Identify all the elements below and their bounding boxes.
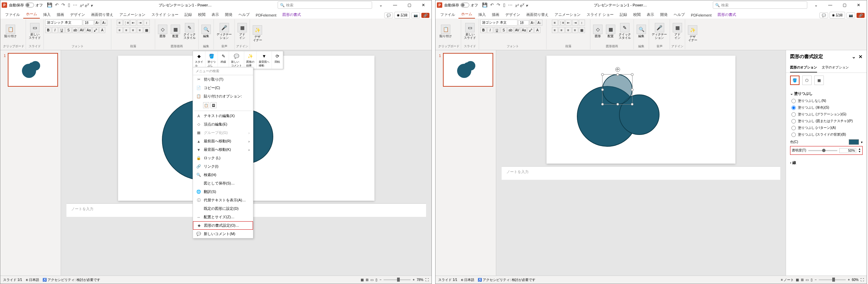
font-color-icon[interactable]: A bbox=[99, 27, 105, 33]
dictate-button[interactable]: 🎤ディクテー ション bbox=[215, 22, 233, 40]
zoom-in-icon[interactable]: + bbox=[848, 278, 850, 282]
align-center-icon[interactable]: ≡ bbox=[123, 27, 130, 33]
paste-theme-icon[interactable]: 📋 bbox=[203, 102, 209, 108]
designer-button[interactable]: ✨デザ イナー bbox=[251, 25, 263, 43]
tab-shape-format[interactable]: 図形の書式 bbox=[715, 11, 739, 19]
maximize-icon[interactable]: ▢ bbox=[838, 2, 851, 8]
tab-file[interactable]: ファイル bbox=[2, 11, 23, 19]
tab-file[interactable]: ファイル bbox=[438, 11, 458, 19]
fp-size-props-icon[interactable]: ▦ bbox=[814, 76, 824, 85]
comments-button[interactable]: 💬 bbox=[384, 12, 393, 18]
paste-button[interactable]: 📋貼り付け bbox=[438, 24, 453, 39]
tab-slideshow[interactable]: スライド ショー bbox=[149, 11, 181, 19]
autosave-toggle[interactable]: 自動保存 オフ bbox=[9, 3, 43, 8]
view-sorter-icon[interactable]: ⊞ bbox=[801, 278, 804, 282]
ribbon-display-icon[interactable]: ⌄ bbox=[374, 2, 388, 8]
quick-styles-button[interactable]: ✎クイック スタイル bbox=[617, 22, 632, 40]
fp-fill-gradient[interactable]: 塗りつぶし (グラデーション)(G) bbox=[790, 111, 863, 118]
new-slide-button[interactable]: ▭新しい スライド bbox=[27, 22, 42, 40]
view-reading-icon[interactable]: ▭ bbox=[806, 278, 809, 282]
undo-icon[interactable]: ↶ bbox=[55, 2, 59, 7]
minimize-icon[interactable]: — bbox=[823, 2, 837, 8]
shapes-button[interactable]: ◇図形 bbox=[592, 24, 604, 39]
view-slideshow-icon[interactable]: ▯ bbox=[375, 278, 377, 282]
mt-rotate-button[interactable]: ⟳回転 bbox=[272, 51, 283, 69]
align-right-icon[interactable]: ≡ bbox=[130, 27, 136, 33]
qat-more-icon[interactable]: ⋯ bbox=[508, 2, 512, 7]
slide-thumbnail-1[interactable]: 1 bbox=[8, 53, 58, 87]
align-left-icon[interactable]: ≡ bbox=[117, 27, 123, 33]
indent-dec-icon[interactable]: ⇤ bbox=[130, 20, 136, 26]
handle-s[interactable] bbox=[616, 103, 619, 106]
ctx-search-h[interactable]: 🔍検索(H) bbox=[193, 171, 253, 179]
fit-window-icon[interactable]: ⛶ bbox=[861, 278, 864, 282]
ctx-alt-text[interactable]: ⓘ代替テキストを表示(A)… bbox=[193, 196, 253, 204]
tab-slideshow[interactable]: スライド ショー bbox=[584, 11, 616, 19]
view-normal-icon[interactable]: ▦ bbox=[796, 278, 799, 282]
ctx-send-back[interactable]: ▼最背面へ移動(K)› bbox=[193, 145, 253, 154]
view-sorter-icon[interactable]: ⊞ bbox=[366, 278, 368, 282]
zoom-in-icon[interactable]: + bbox=[413, 278, 415, 282]
new-slide-button[interactable]: ▭新しい スライド bbox=[463, 22, 477, 40]
editing-button[interactable]: 🔍編集 bbox=[200, 24, 212, 39]
ribbon-display-icon[interactable]: ⌄ bbox=[809, 2, 823, 8]
handle-se[interactable] bbox=[631, 103, 634, 106]
mt-effects-button[interactable]: ✨図形の 効果 bbox=[244, 51, 257, 69]
tab-transitions[interactable]: 画面切り替え bbox=[524, 11, 551, 19]
tab-developer[interactable]: 開発 bbox=[657, 11, 670, 19]
fp-close-icon[interactable]: ✕ bbox=[859, 54, 863, 59]
justify-icon[interactable]: ≡ bbox=[137, 27, 143, 33]
tab-developer[interactable]: 開発 bbox=[222, 11, 235, 19]
fp-fill-none[interactable]: 塗りつぶしなし(N) bbox=[790, 97, 863, 104]
paste-button[interactable]: 📋貼り付け bbox=[3, 24, 18, 39]
ctx-translate[interactable]: 🌐翻訳(S) bbox=[193, 188, 253, 196]
save-icon[interactable]: 💾 bbox=[47, 2, 52, 7]
mt-outline-button[interactable]: ✎枠線 bbox=[218, 51, 229, 69]
strike-icon[interactable]: S bbox=[65, 27, 72, 33]
bold-icon[interactable]: B bbox=[45, 27, 51, 33]
fp-color-picker[interactable] bbox=[849, 139, 859, 145]
ctx-format-shape[interactable]: ◆図形の書式設定(O)… bbox=[193, 221, 253, 230]
close-icon[interactable]: ✕ bbox=[417, 2, 430, 8]
rotate-handle[interactable]: ⟳ bbox=[615, 67, 620, 72]
share-button[interactable]: 🔗 bbox=[857, 13, 865, 18]
zoom-out-icon[interactable]: − bbox=[815, 278, 817, 282]
ctx-cut[interactable]: ✂切り取り(T) bbox=[193, 75, 253, 84]
tab-record[interactable]: 記録 bbox=[617, 11, 630, 19]
highlight-icon[interactable]: 🖍 bbox=[92, 27, 99, 33]
tab-draw[interactable]: 描画 bbox=[54, 11, 67, 19]
math-icon[interactable]: x² ex ▾ bbox=[515, 2, 528, 8]
ctx-size[interactable]: ↔配置とサイズ(Z)… bbox=[193, 213, 253, 221]
tab-animations[interactable]: アニメーション bbox=[552, 11, 583, 19]
view-slideshow-icon[interactable]: ▯ bbox=[811, 278, 813, 282]
accessibility-status[interactable]: ♿ アクセシビリティ: 検討が必要です bbox=[43, 278, 100, 282]
view-reading-icon[interactable]: ▭ bbox=[370, 278, 373, 282]
handle-sw[interactable] bbox=[601, 103, 604, 106]
accessibility-status[interactable]: ♿ アクセシビリティ: 検討が必要です bbox=[478, 278, 535, 282]
italic-icon[interactable]: I bbox=[52, 27, 58, 33]
fp-transparency-slider[interactable] bbox=[808, 150, 837, 151]
case-icon[interactable]: Aa bbox=[86, 27, 92, 33]
slide-canvas[interactable]: ⟳ bbox=[547, 56, 735, 164]
maximize-icon[interactable]: ▢ bbox=[402, 2, 416, 8]
tab-help[interactable]: ヘルプ bbox=[671, 11, 688, 19]
arrange-button[interactable]: ▦配置 bbox=[169, 24, 181, 39]
paste-pic-icon[interactable]: 🖼 bbox=[211, 102, 217, 108]
font-size-combo[interactable]: 18 bbox=[518, 20, 529, 25]
font-name-combo[interactable]: 游ゴシック 本文 bbox=[45, 20, 82, 26]
view-normal-icon[interactable]: ▦ bbox=[361, 278, 364, 282]
search-input[interactable]: 🔍検索 bbox=[713, 1, 807, 9]
redo-icon[interactable]: ↷ bbox=[497, 2, 500, 7]
zoom-value[interactable]: 60% bbox=[852, 278, 859, 282]
addins-button[interactable]: ▦アド イン bbox=[671, 22, 683, 40]
dictate-button[interactable]: 🎤ディクテー ション bbox=[650, 22, 668, 40]
slide-count[interactable]: スライド 1/1 bbox=[3, 278, 22, 282]
fit-window-icon[interactable]: ⛶ bbox=[425, 278, 429, 282]
save-icon[interactable]: 💾 bbox=[482, 2, 487, 7]
fp-dropdown-icon[interactable]: ⌄ bbox=[852, 54, 856, 59]
comments-button[interactable]: 💬 bbox=[819, 12, 828, 18]
ctx-lock[interactable]: 🔒ロック (L) bbox=[193, 154, 253, 162]
fp-tab-shape-options[interactable]: 図形のオプション bbox=[790, 63, 817, 73]
fp-fill-pattern[interactable]: 塗りつぶし (パターン)(A) bbox=[790, 124, 863, 131]
thumbnail-pane[interactable]: 1 bbox=[0, 50, 61, 276]
